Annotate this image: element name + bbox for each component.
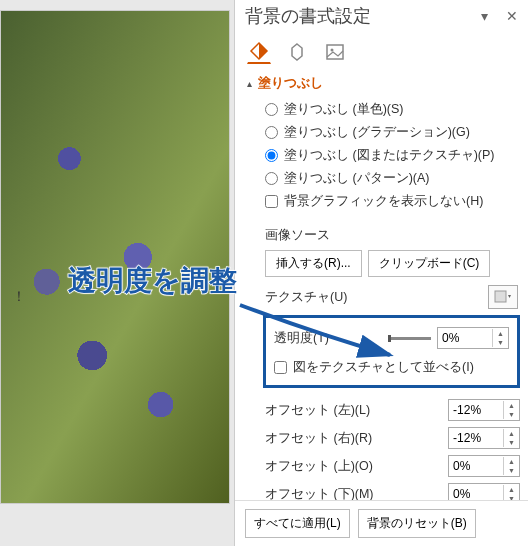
texture-label: テクスチャ(U)	[265, 289, 347, 306]
offset-left-label: オフセット (左)(L)	[265, 402, 370, 419]
dropdown-icon[interactable]: ▾	[481, 8, 488, 24]
transparency-input[interactable]	[438, 329, 492, 347]
offset-right-spinner[interactable]: ▲▼	[448, 427, 520, 449]
spin-up-icon[interactable]: ▲	[504, 401, 519, 410]
spin-up-icon[interactable]: ▲	[504, 457, 519, 466]
transparency-slider[interactable]	[391, 337, 431, 340]
collapse-triangle-icon: ▴	[247, 78, 252, 89]
offset-left-input[interactable]	[449, 401, 503, 419]
offset-bottom-label: オフセット (下)(M)	[265, 486, 374, 501]
check-hide-bg-input[interactable]	[265, 195, 278, 208]
radio-gradient-fill[interactable]: 塗りつぶし (グラデーション)(G)	[247, 121, 520, 144]
offset-bottom-input[interactable]	[449, 485, 503, 500]
offset-right-input[interactable]	[449, 429, 503, 447]
offset-top-input[interactable]	[449, 457, 503, 475]
radio-solid-fill[interactable]: 塗りつぶし (単色)(S)	[247, 98, 520, 121]
tab-effects-icon[interactable]	[285, 40, 309, 64]
offset-left-spinner[interactable]: ▲▼	[448, 399, 520, 421]
svg-point-1	[331, 49, 334, 52]
svg-rect-2	[495, 291, 506, 302]
check-tile-texture[interactable]: 図をテクスチャとして並べる(I)	[274, 356, 509, 379]
slide-preview-image	[0, 10, 230, 504]
offset-top-label: オフセット (上)(O)	[265, 458, 373, 475]
transparency-highlight: 透明度(T) ▲▼ 図をテクスチャとして並べる(I)	[263, 315, 520, 388]
texture-dropdown[interactable]	[488, 285, 518, 309]
radio-solid-input[interactable]	[265, 103, 278, 116]
transparency-label: 透明度(T)	[274, 330, 329, 347]
radio-gradient-input[interactable]	[265, 126, 278, 139]
spin-down-icon[interactable]: ▼	[504, 410, 519, 419]
check-tile-label: 図をテクスチャとして並べる(I)	[293, 359, 474, 376]
offset-top-spinner[interactable]: ▲▼	[448, 455, 520, 477]
svg-rect-0	[327, 45, 343, 59]
check-tile-input[interactable]	[274, 361, 287, 374]
spin-down-icon[interactable]: ▼	[504, 466, 519, 475]
tab-picture-icon[interactable]	[323, 40, 347, 64]
tab-fill-icon[interactable]	[247, 40, 271, 64]
spin-up-icon[interactable]: ▲	[504, 485, 519, 494]
check-hide-bg[interactable]: 背景グラフィックを表示しない(H)	[247, 190, 520, 213]
spin-up-icon[interactable]: ▲	[493, 329, 508, 338]
image-source-label: 画像ソース	[265, 227, 520, 244]
apply-all-button[interactable]: すべてに適用(L)	[245, 509, 350, 538]
spin-up-icon[interactable]: ▲	[504, 429, 519, 438]
radio-pattern-fill[interactable]: 塗りつぶし (パターン)(A)	[247, 167, 520, 190]
radio-picture-input[interactable]	[265, 149, 278, 162]
offset-bottom-spinner[interactable]: ▲▼	[448, 483, 520, 500]
radio-pattern-label: 塗りつぶし (パターン)(A)	[284, 170, 429, 187]
radio-picture-fill[interactable]: 塗りつぶし (図またはテクスチャ)(P)	[247, 144, 520, 167]
fill-section-header[interactable]: ▴ 塗りつぶし	[247, 74, 520, 92]
insert-image-button[interactable]: 挿入する(R)...	[265, 250, 362, 277]
close-icon[interactable]: ✕	[506, 8, 518, 24]
panel-title: 背景の書式設定	[245, 4, 481, 28]
radio-gradient-label: 塗りつぶし (グラデーション)(G)	[284, 124, 470, 141]
check-hide-bg-label: 背景グラフィックを表示しない(H)	[284, 193, 483, 210]
offset-right-label: オフセット (右)(R)	[265, 430, 372, 447]
radio-solid-label: 塗りつぶし (単色)(S)	[284, 101, 403, 118]
fill-section-title: 塗りつぶし	[258, 74, 323, 92]
clipboard-button[interactable]: クリップボード(C)	[368, 250, 491, 277]
reset-background-button[interactable]: 背景のリセット(B)	[358, 509, 476, 538]
radio-picture-label: 塗りつぶし (図またはテクスチャ)(P)	[284, 147, 494, 164]
spin-down-icon[interactable]: ▼	[504, 438, 519, 447]
transparency-spinner[interactable]: ▲▼	[437, 327, 509, 349]
radio-pattern-input[interactable]	[265, 172, 278, 185]
slide-marker: ！	[12, 288, 26, 306]
spin-down-icon[interactable]: ▼	[493, 338, 508, 347]
